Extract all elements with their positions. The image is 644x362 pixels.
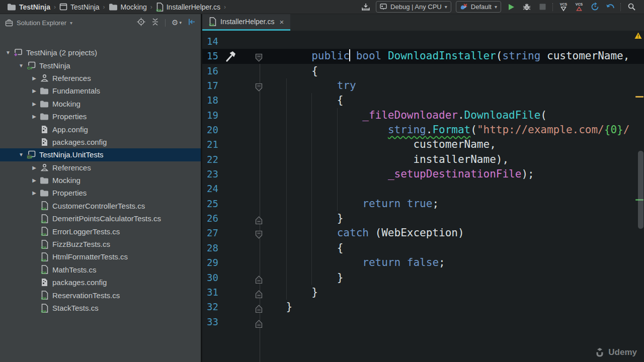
- rollback-button[interactable]: [589, 2, 600, 13]
- code-line-32[interactable]: 32 }: [202, 300, 644, 314]
- line-number[interactable]: 17: [207, 78, 218, 93]
- tree-item-reservationtests-cs[interactable]: C#ReservationTests.cs: [0, 289, 201, 301]
- tree-item-customercontrollertests-cs[interactable]: C#CustomerControllerTests.cs: [0, 200, 201, 212]
- tree-item-mocking[interactable]: ▶Mocking: [0, 174, 201, 187]
- code-token: (: [470, 124, 477, 136]
- line-number[interactable]: 28: [207, 241, 218, 255]
- code-line-14[interactable]: 14: [202, 34, 644, 49]
- line-number[interactable]: 23: [207, 167, 218, 182]
- tree-item-fizzbuzztests-cs[interactable]: C#FizzBuzzTests.cs: [0, 238, 201, 250]
- line-number[interactable]: 31: [207, 285, 218, 300]
- code-area[interactable]: 1415 public bool DownloadInstaller(strin…: [202, 31, 644, 362]
- tree-item-properties[interactable]: ▶Properties: [0, 187, 201, 199]
- breadcrumb-item[interactable]: TestNinja: [58, 3, 101, 11]
- tree-item-mathtests-cs[interactable]: C#MathTests.cs: [0, 263, 201, 276]
- code-line-23[interactable]: 23 _setupDestinationFile);: [202, 167, 644, 182]
- breadcrumb-item[interactable]: Mocking: [108, 3, 148, 11]
- code-line-27[interactable]: 27 catch (WebException): [202, 226, 644, 240]
- csfile-icon: C#: [39, 227, 49, 236]
- line-number[interactable]: 15: [207, 49, 218, 63]
- tree-item-stacktests-cs[interactable]: C#StackTests.cs: [0, 302, 201, 314]
- line-number[interactable]: 21: [207, 137, 218, 152]
- code-line-30[interactable]: 30 }: [202, 270, 644, 285]
- line-number[interactable]: 33: [207, 315, 218, 329]
- collapse-all-button[interactable]: [151, 18, 159, 28]
- line-number[interactable]: 24: [207, 182, 218, 196]
- chevron-expanded-icon[interactable]: ▼: [16, 152, 26, 157]
- breadcrumb-item[interactable]: TestNinja: [6, 3, 51, 11]
- tree-item-app-config[interactable]: App.config: [0, 123, 201, 135]
- chevron-collapsed-icon[interactable]: ▶: [29, 101, 39, 107]
- run-button[interactable]: [506, 2, 517, 13]
- undo-button[interactable]: [605, 2, 616, 13]
- code-fold-marker-icon[interactable]: [255, 318, 263, 332]
- breadcrumb-item[interactable]: C#InstallerHelper.cs: [155, 3, 221, 12]
- solution-explorer-title[interactable]: Solution Explorer ▾: [5, 19, 72, 27]
- tree-item-references[interactable]: ▶References: [0, 72, 201, 84]
- line-number[interactable]: 30: [207, 270, 218, 285]
- line-number[interactable]: 26: [207, 211, 218, 226]
- line-number[interactable]: 19: [207, 108, 218, 123]
- chevron-collapsed-icon[interactable]: ▶: [29, 75, 39, 81]
- code-line-15[interactable]: 15 public bool DownloadInstaller(string …: [202, 49, 644, 63]
- chevron-collapsed-icon[interactable]: ▶: [29, 114, 39, 119]
- code-line-26[interactable]: 26 }: [202, 211, 644, 226]
- code-line-18[interactable]: 18 {: [202, 93, 644, 108]
- code-line-25[interactable]: 25 return true;: [202, 197, 644, 211]
- line-number[interactable]: 32: [207, 300, 218, 314]
- code-line-17[interactable]: 17 try: [202, 78, 644, 93]
- line-number[interactable]: 20: [207, 123, 218, 137]
- line-number[interactable]: 18: [207, 93, 218, 108]
- vcs-commit-button[interactable]: VCS: [574, 2, 585, 13]
- run-configuration-select[interactable]: Debug | Any CPU ▾: [376, 1, 451, 13]
- line-number[interactable]: 25: [207, 197, 218, 211]
- code-line-19[interactable]: 19 _fileDownloader.DownloadFile(: [202, 108, 644, 123]
- code-line-22[interactable]: 22 installerName),: [202, 152, 644, 167]
- search-everywhere-button[interactable]: [626, 2, 637, 13]
- code-line-28[interactable]: 28 {: [202, 241, 644, 255]
- settings-button[interactable]: ⚙ ▾: [172, 18, 182, 27]
- tree-item-mocking[interactable]: ▶Mocking: [0, 98, 201, 110]
- install-package-button[interactable]: [360, 2, 371, 13]
- chevron-collapsed-icon[interactable]: ▶: [29, 88, 39, 94]
- tree-item-references[interactable]: ▶References: [0, 161, 201, 174]
- tree-item-testninja-2-projects-[interactable]: ▼TestNinja (2 projects): [0, 46, 201, 59]
- code-line-21[interactable]: 21 customerName,: [202, 137, 644, 152]
- tree-item-fundamentals[interactable]: ▶Fundamentals: [0, 84, 201, 97]
- code-line-33[interactable]: 33: [202, 315, 644, 329]
- code-line-24[interactable]: 24: [202, 182, 644, 196]
- close-icon[interactable]: ×: [279, 18, 284, 26]
- chevron-collapsed-icon[interactable]: ▶: [29, 165, 39, 170]
- stop-button[interactable]: [537, 2, 548, 13]
- chevron-expanded-icon[interactable]: ▼: [16, 63, 26, 68]
- line-number[interactable]: 29: [207, 255, 218, 270]
- locate-file-button[interactable]: [137, 18, 145, 28]
- line-number[interactable]: 27: [207, 226, 218, 240]
- chevron-expanded-icon[interactable]: ▼: [3, 50, 13, 55]
- line-number[interactable]: 14: [207, 34, 218, 49]
- tree-item-packages-config[interactable]: packages.config: [0, 136, 201, 148]
- test-session-select[interactable]: Default ▾: [456, 1, 501, 13]
- vertical-scrollbar-thumb[interactable]: [638, 151, 643, 229]
- tree-item-packages-config[interactable]: packages.config: [0, 276, 201, 289]
- tree-item-htmlformattertests-cs[interactable]: C#HtmlFormatterTests.cs: [0, 250, 201, 263]
- tree-item-testninja[interactable]: ▼C#TestNinja: [0, 59, 201, 71]
- line-number[interactable]: 16: [207, 64, 218, 78]
- code-line-31[interactable]: 31 }: [202, 285, 644, 300]
- debug-button[interactable]: [521, 2, 532, 13]
- tree-item-testninja-unittests[interactable]: ▼C#TestNinja.UnitTests: [0, 148, 201, 161]
- scrollbar-warning-mark[interactable]: [635, 96, 643, 98]
- warning-icon[interactable]: [634, 32, 642, 41]
- chevron-collapsed-icon[interactable]: ▶: [29, 177, 39, 183]
- vcs-update-button[interactable]: VCS: [558, 2, 569, 13]
- tree-item-demeritpointscalculatortests-cs[interactable]: C#DemeritPointsCalculatorTests.cs: [0, 212, 201, 225]
- tree-item-errorloggertests-cs[interactable]: C#ErrorLoggerTests.cs: [0, 225, 201, 237]
- chevron-collapsed-icon[interactable]: ▶: [29, 190, 39, 196]
- hide-panel-button[interactable]: [188, 18, 196, 27]
- tree-item-properties[interactable]: ▶Properties: [0, 110, 201, 123]
- line-number[interactable]: 22: [207, 152, 218, 167]
- tab-installerhelper[interactable]: C# InstallerHelper.cs ×: [202, 14, 290, 31]
- code-line-20[interactable]: 20 string.Format("http://example.com/{0}…: [202, 123, 644, 137]
- code-line-29[interactable]: 29 return false;: [202, 255, 644, 270]
- code-line-16[interactable]: 16 {: [202, 64, 644, 78]
